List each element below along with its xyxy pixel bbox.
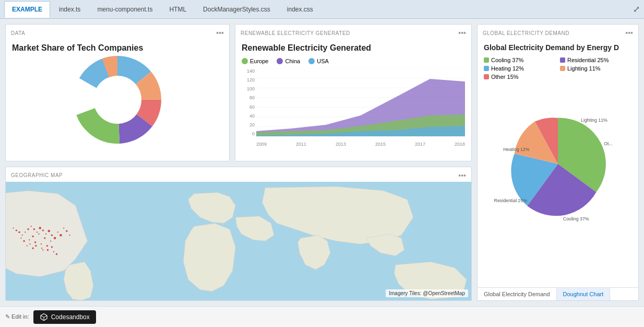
legend-other: Other 15% (484, 74, 556, 80)
cooling-label: Cooling 37% (491, 57, 523, 63)
svg-point-43 (42, 249, 43, 250)
renewable-panel-content: Renewable Electricity Generated Europe C… (235, 39, 471, 161)
legend-china: China (277, 58, 300, 64)
svg-point-56 (53, 251, 54, 252)
renewable-panel-menu[interactable]: ••• (458, 29, 466, 37)
svg-point-5 (97, 79, 138, 121)
y-axis: 140 120 100 80 60 40 20 0 (242, 68, 256, 136)
global-demand-tab[interactable]: Global Electricity Demand (478, 288, 557, 300)
doughnut-chart-tab[interactable]: Doughnut Chart (557, 288, 611, 300)
map-svg (6, 182, 471, 300)
europe-label: Europe (250, 58, 268, 64)
legend-cooling: Cooling 37% (484, 57, 556, 63)
tab-bar: EXAMPLE index.ts menu-component.ts HTML … (0, 0, 644, 19)
svg-point-54 (41, 248, 42, 249)
svg-point-30 (44, 237, 45, 239)
svg-point-52 (29, 243, 30, 244)
global-panel: GLOBAL ELECTRICITY DEMAND ••• Global Ele… (477, 24, 639, 301)
global-panel-header: GLOBAL ELECTRICITY DEMAND ••• (478, 25, 638, 39)
residential-dot (560, 57, 565, 63)
svg-point-57 (56, 253, 57, 255)
residential-pie-label: Residential 25% (494, 198, 528, 203)
svg-point-45 (13, 227, 14, 228)
other-pie-label: Ot... (604, 141, 613, 146)
heating-label: Heating 12% (491, 65, 524, 72)
svg-point-55 (47, 249, 49, 251)
chart-svg (256, 68, 465, 136)
tab-menu-component[interactable]: menu-component.ts (89, 1, 160, 18)
tab-html[interactable]: HTML (161, 1, 194, 18)
svg-point-53 (35, 245, 37, 247)
donut-chart (12, 58, 223, 142)
svg-point-39 (57, 231, 58, 232)
svg-point-32 (54, 237, 56, 240)
data-panel-title: DATA (11, 30, 216, 36)
usa-dot (308, 58, 315, 64)
svg-point-19 (31, 226, 32, 227)
lighting-label: Lighting 11% (567, 65, 601, 72)
cooling-pie-label: Cooling 37% (563, 216, 589, 221)
global-panel-menu[interactable]: ••• (625, 29, 633, 37)
main-grid: DATA ••• Market Share of Tech Companies (0, 19, 644, 306)
svg-point-31 (50, 240, 51, 241)
svg-point-28 (32, 236, 33, 237)
data-panel: DATA ••• Market Share of Tech Companies (5, 24, 230, 161)
data-panel-content: Market Share of Tech Companies (6, 39, 229, 161)
pie-chart-container: Heating 12% Lighting 11% Ot... Residenti… (484, 83, 632, 235)
codesandbox-icon (40, 313, 48, 321)
renewable-chart-title: Renewable Electricity Generated (242, 43, 465, 53)
china-label: China (285, 58, 300, 64)
tab-dockmanager[interactable]: DockManagerStyles.css (195, 1, 278, 18)
heating-pie-label: Heating 12% (503, 147, 530, 152)
legend-residential: Residential 25% (560, 57, 632, 63)
europe-dot (242, 58, 248, 64)
codesandbox-label: Codesandbox (51, 313, 90, 321)
svg-point-38 (18, 231, 20, 233)
expand-icon[interactable]: ⤢ (633, 4, 640, 14)
legend-heating: Heating 12% (484, 65, 556, 72)
svg-point-35 (41, 243, 42, 244)
global-legend: Cooling 37% Residential 25% Heating 12% … (484, 57, 632, 80)
legend-usa: USA (308, 58, 329, 64)
svg-point-26 (51, 234, 53, 236)
svg-point-50 (20, 238, 21, 239)
map-panel-title: GEOGRAPHIC MAP (11, 172, 458, 178)
pie-chart-svg: Heating 12% Lighting 11% Ot... Residenti… (484, 83, 632, 235)
svg-point-44 (51, 246, 53, 248)
global-panel-title: GLOBAL ELECTRICITY DEMAND (483, 30, 625, 36)
svg-point-27 (25, 231, 26, 232)
map-area[interactable]: Imagery Tiles: @OpenStreetMap (6, 182, 471, 300)
tab-example[interactable]: EXAMPLE (4, 1, 50, 18)
renewable-legend: Europe China USA (242, 58, 465, 64)
codesandbox-button[interactable]: Codesandbox (33, 310, 96, 324)
pie-tabs: Global Electricity Demand Doughnut Chart (478, 287, 638, 300)
svg-point-40 (59, 234, 62, 237)
data-panel-header: DATA ••• (6, 25, 229, 39)
global-panel-content: Global Electricity Demand by Energy D Co… (478, 39, 638, 287)
svg-point-20 (33, 228, 35, 230)
data-panel-menu[interactable]: ••• (216, 29, 224, 37)
residential-label: Residential 25% (567, 57, 609, 63)
heating-dot (484, 66, 489, 71)
tab-index-css[interactable]: index.css (279, 1, 321, 18)
svg-point-29 (38, 233, 39, 235)
map-attribution: Imagery Tiles: @OpenStreetMap (386, 289, 468, 297)
svg-point-21 (37, 231, 38, 232)
tab-index-ts[interactable]: index.ts (51, 1, 88, 18)
edit-label: ✎ Edit in: (5, 313, 29, 320)
bottom-bar: ✎ Edit in: Codesandbox (0, 306, 644, 327)
svg-point-34 (34, 241, 36, 243)
lighting-pie-label: Lighting 11% (581, 118, 607, 123)
svg-point-51 (23, 240, 25, 242)
map-panel-menu[interactable]: ••• (458, 171, 466, 180)
cooling-dot (484, 57, 489, 63)
legend-europe: Europe (242, 58, 268, 64)
svg-point-48 (66, 230, 67, 231)
svg-point-18 (27, 228, 29, 230)
svg-point-37 (22, 235, 23, 236)
map-panel-content: Imagery Tiles: @OpenStreetMap (6, 182, 471, 300)
china-dot (277, 58, 283, 64)
svg-point-42 (32, 247, 33, 249)
svg-point-46 (16, 229, 17, 231)
svg-point-33 (29, 239, 30, 240)
